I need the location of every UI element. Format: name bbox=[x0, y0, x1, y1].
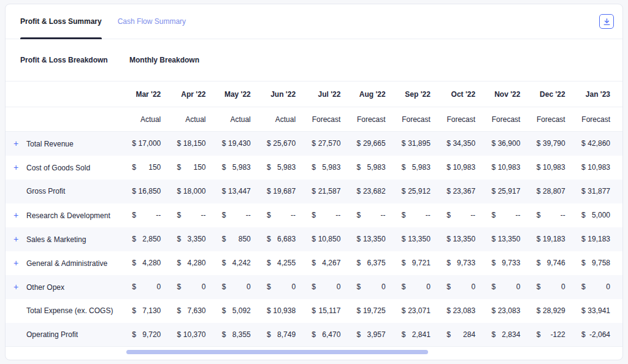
tab-profit-loss-summary[interactable]: Profit & Loss Summary bbox=[20, 4, 102, 39]
amount: 2,841 bbox=[412, 330, 431, 339]
currency-symbol: $ bbox=[446, 211, 451, 219]
amount: 9,733 bbox=[457, 259, 475, 267]
amount: 18,150 bbox=[183, 139, 206, 148]
currency-symbol: $ bbox=[357, 211, 361, 219]
currency-symbol: $ bbox=[312, 282, 316, 291]
amount: 10,983 bbox=[453, 163, 475, 172]
currency-symbol: $ bbox=[446, 187, 451, 195]
amount: 0 bbox=[516, 282, 521, 291]
value-cell: $0 bbox=[443, 275, 488, 299]
currency-symbol: $ bbox=[312, 139, 316, 148]
month-header: Dec '22 bbox=[532, 82, 577, 107]
value-cell: $10,938 bbox=[263, 299, 308, 323]
amount: 5,983 bbox=[232, 163, 251, 172]
currency-symbol: $ bbox=[491, 235, 496, 243]
amount: 5,983 bbox=[367, 163, 386, 172]
amount: -- bbox=[246, 211, 251, 219]
currency-symbol: $ bbox=[267, 163, 271, 172]
expand-plus-icon[interactable]: + bbox=[13, 258, 23, 268]
row-label-cell: +Other Opex bbox=[6, 275, 128, 299]
amount: 36,900 bbox=[498, 139, 521, 148]
value-cell: $0 bbox=[353, 275, 397, 299]
currency-symbol: $ bbox=[446, 282, 451, 291]
currency-symbol: $ bbox=[491, 211, 496, 219]
value-cell: $4,280 bbox=[173, 251, 218, 275]
value-cell: $4,267 bbox=[308, 251, 353, 275]
amount: 13,350 bbox=[498, 235, 521, 243]
value-cell: $10,850 bbox=[308, 227, 353, 251]
currency-symbol: $ bbox=[312, 187, 316, 195]
type-corner-cell bbox=[6, 107, 128, 132]
amount: 5,000 bbox=[592, 211, 610, 219]
month-header: Apr '22 bbox=[173, 82, 218, 107]
currency-symbol: $ bbox=[222, 235, 226, 243]
currency-symbol: $ bbox=[402, 259, 406, 267]
value-cell: $23,083 bbox=[443, 299, 488, 323]
column-type-label: Forecast bbox=[488, 107, 532, 132]
tab-cash-flow-summary[interactable]: Cash Flow Summary bbox=[118, 4, 186, 39]
currency-symbol: $ bbox=[537, 211, 541, 219]
expand-plus-icon[interactable]: + bbox=[13, 210, 23, 220]
currency-symbol: $ bbox=[537, 330, 541, 339]
table-row: Operating Profit$9,720$10,370$8,355$8,74… bbox=[6, 323, 622, 347]
value-cell: $0 bbox=[173, 275, 218, 299]
value-cell: $0 bbox=[218, 275, 263, 299]
amount: 8,355 bbox=[232, 330, 251, 339]
value-cell: $13,350 bbox=[353, 227, 397, 251]
amount: 31,895 bbox=[408, 139, 431, 148]
currency-symbol: $ bbox=[537, 259, 541, 267]
row-label: Cost of Goods Sold bbox=[23, 164, 90, 172]
amount: 19,183 bbox=[543, 235, 565, 243]
currency-symbol: $ bbox=[267, 330, 271, 339]
value-cell: $23,083 bbox=[488, 299, 532, 323]
value-cell: $28,929 bbox=[532, 299, 577, 323]
currency-symbol: $ bbox=[132, 139, 136, 148]
currency-symbol: $ bbox=[222, 306, 226, 315]
amount: 4,267 bbox=[322, 259, 340, 267]
amount: 39,790 bbox=[543, 139, 565, 148]
currency-symbol: $ bbox=[446, 259, 451, 267]
currency-symbol: $ bbox=[402, 163, 406, 172]
value-cell: $5,983 bbox=[218, 156, 263, 180]
value-cell: $18,000 bbox=[173, 180, 218, 203]
table-row: Total Expense (ex. COGS)$7,130$7,630$5,0… bbox=[6, 299, 622, 323]
currency-symbol: $ bbox=[446, 306, 451, 315]
section-header: Profit & Loss Breakdown Monthly Breakdow… bbox=[6, 39, 622, 82]
currency-symbol: $ bbox=[132, 211, 136, 219]
currency-symbol: $ bbox=[446, 139, 451, 148]
value-cell: $23,682 bbox=[353, 180, 397, 203]
currency-symbol: $ bbox=[491, 330, 496, 339]
amount: 28,929 bbox=[543, 306, 565, 315]
month-header: Oct '22 bbox=[443, 82, 488, 107]
amount: -- bbox=[335, 211, 340, 219]
column-type-label: Actual bbox=[218, 107, 263, 132]
horizontal-scrollbar[interactable] bbox=[126, 350, 428, 354]
currency-symbol: $ bbox=[537, 163, 541, 172]
currency-symbol: $ bbox=[312, 306, 316, 315]
value-cell: $29,665 bbox=[353, 132, 397, 156]
currency-symbol: $ bbox=[177, 259, 182, 267]
currency-symbol: $ bbox=[581, 211, 586, 219]
row-label-cell: Total Expense (ex. COGS) bbox=[6, 299, 128, 323]
currency-symbol: $ bbox=[312, 330, 316, 339]
expand-plus-icon[interactable]: + bbox=[13, 234, 23, 244]
amount: 29,665 bbox=[363, 139, 386, 148]
currency-symbol: $ bbox=[267, 187, 271, 195]
amount: 2,834 bbox=[502, 330, 520, 339]
currency-symbol: $ bbox=[537, 306, 541, 315]
currency-symbol: $ bbox=[402, 282, 406, 291]
currency-symbol: $ bbox=[537, 187, 541, 195]
amount: 19,725 bbox=[363, 306, 386, 315]
expand-plus-icon[interactable]: + bbox=[13, 138, 23, 148]
currency-symbol: $ bbox=[222, 330, 226, 339]
download-button[interactable] bbox=[599, 14, 614, 29]
row-label: Research & Development bbox=[23, 211, 110, 220]
amount: 0 bbox=[247, 282, 251, 291]
value-cell: $0 bbox=[532, 275, 577, 299]
amount: 23,367 bbox=[453, 187, 475, 195]
currency-symbol: $ bbox=[581, 306, 586, 315]
amount: 7,630 bbox=[188, 306, 206, 315]
expand-plus-icon[interactable]: + bbox=[13, 162, 23, 172]
currency-symbol: $ bbox=[581, 282, 586, 291]
expand-plus-icon[interactable]: + bbox=[13, 282, 23, 292]
